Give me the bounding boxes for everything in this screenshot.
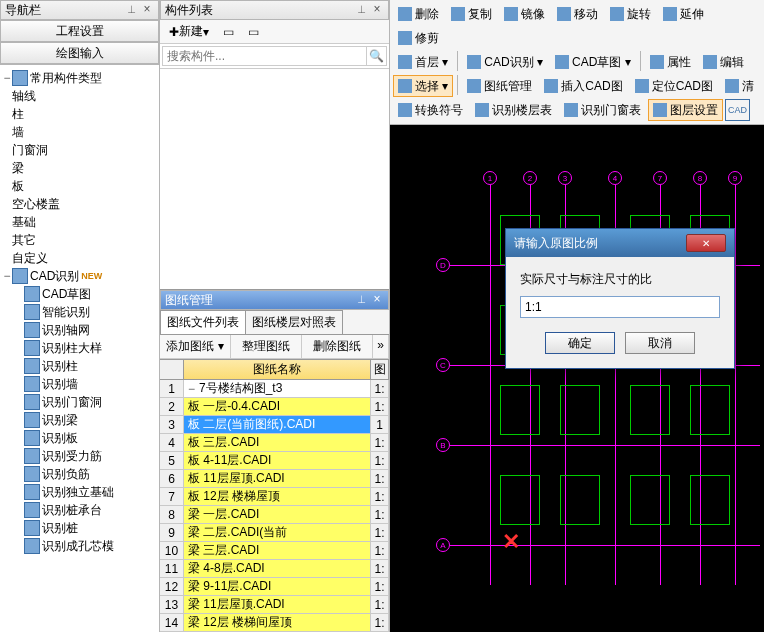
dialog-close-button[interactable]: ✕ [686,234,726,252]
tree-node[interactable]: 基础 [2,213,157,231]
toolbar-button[interactable]: 识别门窗表 [559,99,646,121]
node-icon [24,376,40,392]
tree-node[interactable]: 识别柱 [2,357,157,375]
cad-drawing[interactable]: 1234789DCBA✕ [390,125,764,632]
tree-node[interactable]: 识别轴网 [2,321,157,339]
search-input[interactable] [162,46,367,66]
tree-node[interactable]: −CAD识别NEW [2,267,157,285]
row-index: 8 [160,506,184,523]
select-button[interactable]: 选择 ▾ [393,75,453,97]
tree-node[interactable]: 识别成孔芯模 [2,537,157,555]
toolbar-button[interactable]: 属性 [645,51,696,73]
drawing-input-button[interactable]: 绘图输入 [0,42,159,64]
table-row[interactable]: 4板 三层.CADI1: [160,434,389,452]
tree-node[interactable]: 识别板 [2,429,157,447]
toolbar-button[interactable]: 修剪 [393,27,444,49]
toolbar-button[interactable]: 镜像 [499,3,550,25]
tree-node[interactable]: 识别桩 [2,519,157,537]
nav-buttons: 工程设置 绘图输入 [0,20,159,64]
tree-node[interactable]: 板 [2,177,157,195]
table-row[interactable]: 7板 12层 楼梯屋顶1: [160,488,389,506]
toolbar-button[interactable]: 识别楼层表 [470,99,557,121]
project-settings-button[interactable]: 工程设置 [0,20,159,42]
toolbar-button[interactable]: 定位CAD图 [630,75,718,97]
toolbar-button[interactable]: 复制 [446,3,497,25]
tree-node[interactable]: 墙 [2,123,157,141]
tree-node[interactable]: CAD草图 [2,285,157,303]
tree-node[interactable]: 识别墙 [2,375,157,393]
toolbar-button[interactable]: 移动 [552,3,603,25]
toolbar-button[interactable]: 清 [720,75,759,97]
tree-node[interactable]: 门窗洞 [2,141,157,159]
tree-node[interactable]: 轴线 [2,87,157,105]
toolbar-button[interactable]: 删除 [393,3,444,25]
add-drawing-button[interactable]: 添加图纸 ▾ [160,335,231,358]
tree-node[interactable]: 其它 [2,231,157,249]
close-icon[interactable]: × [370,3,384,17]
search-icon[interactable]: 🔍 [367,46,387,66]
new-component-button[interactable]: ✚ 新建 ▾ [164,23,214,41]
floor-selector[interactable]: 首层 ▾ [393,51,453,73]
dialog-label: 实际尺寸与标注尺寸的比 [520,271,720,288]
toolbar-button[interactable]: 图纸管理 [462,75,537,97]
tree-node[interactable]: 识别受力筋 [2,447,157,465]
table-row[interactable]: 9梁 二层.CADI(当前1: [160,524,389,542]
pin-icon[interactable]: ⟂ [354,293,368,307]
table-row[interactable]: 10梁 三层.CADI1: [160,542,389,560]
table-row[interactable]: 11梁 4-8层.CADI1: [160,560,389,578]
canvas-toolbar: 删除复制镜像移动旋转延伸修剪首层 ▾CAD识别 ▾CAD草图 ▾属性编辑选择 ▾… [390,0,764,125]
cad-toggle[interactable]: CAD [725,99,750,121]
table-row[interactable]: 1−7号楼结构图_t31: [160,380,389,398]
table-row[interactable]: 6板 11层屋顶.CADI1: [160,470,389,488]
row-index: 3 [160,416,184,433]
close-icon[interactable]: × [140,3,154,17]
organize-drawing-button[interactable]: 整理图纸 [231,335,302,358]
tree-node[interactable]: 空心楼盖 [2,195,157,213]
table-row[interactable]: 13梁 11层屋顶.CADI1: [160,596,389,614]
pin-icon[interactable]: ⟂ [354,3,368,17]
more-button[interactable]: » [373,335,389,358]
toolbar-button[interactable]: 图层设置 [648,99,723,121]
tab-file-list[interactable]: 图纸文件列表 [160,310,246,334]
toolbar-button[interactable]: ▭ [218,23,239,41]
tree-node[interactable]: 智能识别 [2,303,157,321]
grid-body[interactable]: 1−7号楼结构图_t31:2板 一层-0.4.CADI1:3板 二层(当前图纸)… [160,380,389,632]
row-name: 梁 4-8层.CADI [184,560,371,577]
tree-node[interactable]: −常用构件类型 [2,69,157,87]
toolbar-button[interactable]: 转换符号 [393,99,468,121]
toolbar-button[interactable]: ▭ [243,23,264,41]
tree-node[interactable]: 识别桩承台 [2,501,157,519]
delete-drawing-button[interactable]: 删除图纸 [302,335,373,358]
toolbar-button[interactable]: CAD识别 ▾ [462,51,548,73]
nav-tree[interactable]: −常用构件类型轴线柱墙门窗洞梁板空心楼盖基础其它自定义−CAD识别NEWCAD草… [0,64,159,632]
tree-node[interactable]: 识别负筋 [2,465,157,483]
tree-node[interactable]: 识别柱大样 [2,339,157,357]
dialog-titlebar[interactable]: 请输入原图比例 ✕ [506,229,734,257]
row-name: 板 11层屋顶.CADI [184,470,371,487]
table-row[interactable]: 14梁 12层 楼梯间屋顶1: [160,614,389,632]
tree-node[interactable]: 梁 [2,159,157,177]
ok-button[interactable]: 确定 [545,332,615,354]
toolbar-button[interactable]: CAD草图 ▾ [550,51,636,73]
row-index: 7 [160,488,184,505]
tree-node[interactable]: 识别门窗洞 [2,393,157,411]
tree-node[interactable]: 自定义 [2,249,157,267]
pin-icon[interactable]: ⟂ [124,3,138,17]
table-row[interactable]: 5板 4-11层.CADI1: [160,452,389,470]
tree-node[interactable]: 柱 [2,105,157,123]
table-row[interactable]: 3板 二层(当前图纸).CADI1 [160,416,389,434]
cancel-button[interactable]: 取消 [625,332,695,354]
tab-floor-map[interactable]: 图纸楼层对照表 [245,310,343,334]
toolbar-button[interactable]: 插入CAD图 [539,75,627,97]
table-row[interactable]: 8梁 一层.CADI1: [160,506,389,524]
toolbar-button[interactable]: 旋转 [605,3,656,25]
toolbar-button[interactable]: 编辑 [698,51,749,73]
tree-node[interactable]: 识别独立基础 [2,483,157,501]
table-row[interactable]: 2板 一层-0.4.CADI1: [160,398,389,416]
toolbar-button[interactable]: 延伸 [658,3,709,25]
table-row[interactable]: 12梁 9-11层.CADI1: [160,578,389,596]
close-icon[interactable]: × [370,293,384,307]
tree-node[interactable]: 识别梁 [2,411,157,429]
components-list[interactable] [160,69,389,289]
scale-input[interactable] [520,296,720,318]
